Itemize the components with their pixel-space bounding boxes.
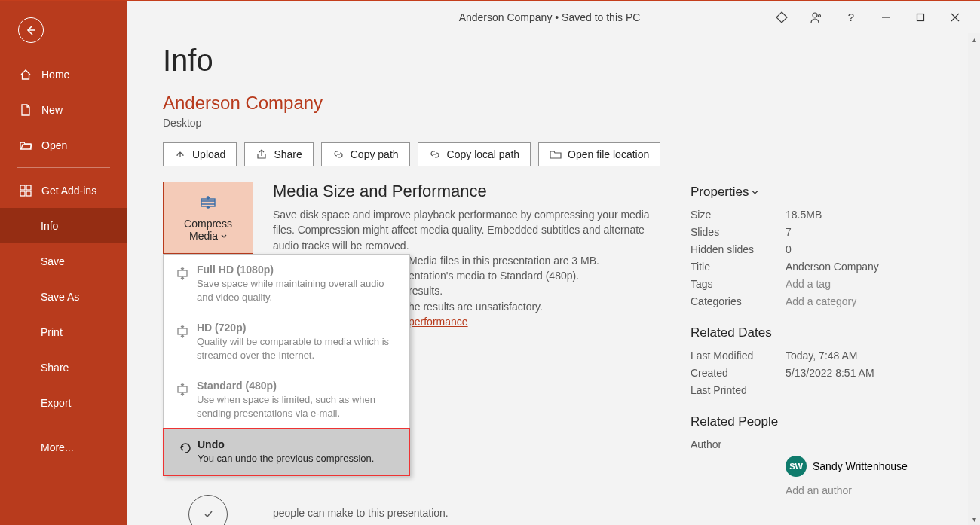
prop-row-created: Created5/13/2022 8:51 AM xyxy=(691,367,932,379)
properties-header[interactable]: Properties xyxy=(691,185,932,200)
check-issues-button-partial[interactable] xyxy=(163,495,253,525)
vertical-scrollbar[interactable]: ▴ ▾ xyxy=(968,33,980,525)
close-button[interactable] xyxy=(938,1,972,34)
prop-row-modified: Last ModifiedToday, 7:48 AM xyxy=(691,349,932,362)
help-icon[interactable]: ? xyxy=(834,1,868,34)
nav-label: Info xyxy=(41,220,58,232)
nav-open[interactable]: Open xyxy=(0,127,127,163)
prop-row-size: Size18.5MB xyxy=(691,209,932,221)
compress-label-2: Media xyxy=(189,230,218,242)
nav-get-addins[interactable]: Get Add-ins xyxy=(0,172,127,208)
resolution-icon xyxy=(176,323,197,342)
dropdown-item-desc: Save space while maintaining overall aud… xyxy=(197,277,397,304)
nav-new[interactable]: New xyxy=(0,92,127,127)
title-bar: Anderson Company • Saved to this PC ? xyxy=(127,0,980,33)
folder-icon xyxy=(550,148,562,160)
nav-label: More... xyxy=(41,441,74,453)
main-content: Info Anderson Company Desktop Upload Sha… xyxy=(127,33,968,525)
action-label: Open file location xyxy=(568,148,649,160)
account-icon[interactable] xyxy=(799,1,834,34)
action-row: Upload Share Copy path Copy local path O… xyxy=(163,142,968,166)
compress-media-icon xyxy=(198,194,218,213)
author-name: Sandy Writtenhouse xyxy=(813,460,908,472)
home-icon xyxy=(19,68,32,81)
back-button[interactable] xyxy=(18,17,44,43)
resolution-icon xyxy=(176,381,197,400)
nav-home[interactable]: Home xyxy=(0,56,127,92)
compress-media-dropdown: Full HD (1080p) Save space while maintai… xyxy=(163,254,410,476)
dropdown-hd[interactable]: HD (720p) Quality will be comparable to … xyxy=(164,313,409,371)
nav-label: Save xyxy=(41,255,65,267)
related-dates-header: Related Dates xyxy=(691,325,932,340)
dropdown-item-title: Undo xyxy=(198,438,397,450)
author-avatar: SW xyxy=(786,456,807,477)
prop-row-hidden: Hidden slides0 xyxy=(691,243,932,255)
add-tag-link[interactable]: Add a tag xyxy=(786,278,831,290)
nav-label: Share xyxy=(41,362,69,374)
new-icon xyxy=(19,103,32,117)
addins-icon xyxy=(19,184,32,197)
open-file-location-button[interactable]: Open file location xyxy=(538,142,660,166)
add-author-link[interactable]: Add an author xyxy=(786,484,932,496)
nav-print[interactable]: Print xyxy=(0,314,127,349)
action-label: Share xyxy=(274,148,302,160)
action-label: Upload xyxy=(192,148,225,160)
nav-more[interactable]: More... xyxy=(0,429,127,465)
action-label: Copy path xyxy=(351,148,399,160)
prop-row-author: Author xyxy=(691,438,932,450)
nav-label: Open xyxy=(41,139,67,151)
window-title: Anderson Company • Saved to this PC xyxy=(338,11,761,23)
svg-rect-11 xyxy=(178,270,187,276)
scroll-down-arrow[interactable]: ▾ xyxy=(968,513,980,525)
dropdown-item-title: Full HD (1080p) xyxy=(197,264,397,276)
dropdown-full-hd[interactable]: Full HD (1080p) Save space while maintai… xyxy=(164,255,409,313)
svg-rect-6 xyxy=(20,185,25,190)
svg-rect-8 xyxy=(20,191,25,196)
nav-save-as[interactable]: Save As xyxy=(0,279,127,314)
undo-icon xyxy=(176,440,198,459)
share-button[interactable]: Share xyxy=(244,142,313,166)
file-location: Desktop xyxy=(163,117,968,129)
upload-icon xyxy=(174,148,186,160)
nav-label: Export xyxy=(41,397,71,409)
upload-button[interactable]: Upload xyxy=(163,142,237,166)
svg-rect-3 xyxy=(917,14,924,20)
add-category-link[interactable]: Add a category xyxy=(786,295,856,307)
dropdown-item-desc: Use when space is limited, such as when … xyxy=(197,393,397,420)
nav-info[interactable]: Info xyxy=(0,208,127,243)
nav-export[interactable]: Export xyxy=(0,385,127,420)
compress-media-button[interactable]: Compress Media xyxy=(163,182,253,254)
nav-label: New xyxy=(41,104,63,116)
share-icon xyxy=(256,148,268,160)
diamond-icon[interactable] xyxy=(764,1,799,34)
dropdown-item-title: HD (720p) xyxy=(197,322,397,334)
dropdown-item-desc: You can undo the previous compression. xyxy=(198,452,397,465)
author-row[interactable]: SW Sandy Writtenhouse xyxy=(786,456,932,477)
resolution-icon xyxy=(176,265,197,284)
performance-link[interactable]: performance xyxy=(409,316,468,328)
svg-rect-7 xyxy=(26,185,31,190)
prop-row-slides: Slides7 xyxy=(691,226,932,238)
minimize-button[interactable] xyxy=(868,1,903,34)
scroll-up-arrow[interactable]: ▴ xyxy=(968,33,980,45)
undo-highlight: Undo You can undo the previous compressi… xyxy=(163,428,410,476)
svg-point-1 xyxy=(819,14,821,17)
svg-rect-9 xyxy=(26,191,31,196)
prop-row-printed: Last Printed xyxy=(691,384,932,396)
link-icon xyxy=(429,148,441,160)
link-icon xyxy=(332,148,345,160)
maximize-button[interactable] xyxy=(903,1,938,34)
svg-rect-12 xyxy=(178,328,187,334)
dropdown-undo[interactable]: Undo You can undo the previous compressi… xyxy=(164,429,409,475)
dropdown-item-title: Standard (480p) xyxy=(197,380,397,392)
copy-path-button[interactable]: Copy path xyxy=(321,142,410,166)
nav-share[interactable]: Share xyxy=(0,349,127,385)
svg-rect-10 xyxy=(201,199,215,206)
backstage-sidebar: Home New Open Get Add-ins Info Save Save… xyxy=(0,0,127,525)
dropdown-standard[interactable]: Standard (480p) Use when space is limite… xyxy=(164,371,409,429)
protect-text-fragment: people can make to this presentation. xyxy=(273,507,660,519)
compress-label-1: Compress xyxy=(184,218,232,230)
page-title: Info xyxy=(163,44,968,78)
copy-local-path-button[interactable]: Copy local path xyxy=(418,142,531,166)
nav-save[interactable]: Save xyxy=(0,243,127,279)
